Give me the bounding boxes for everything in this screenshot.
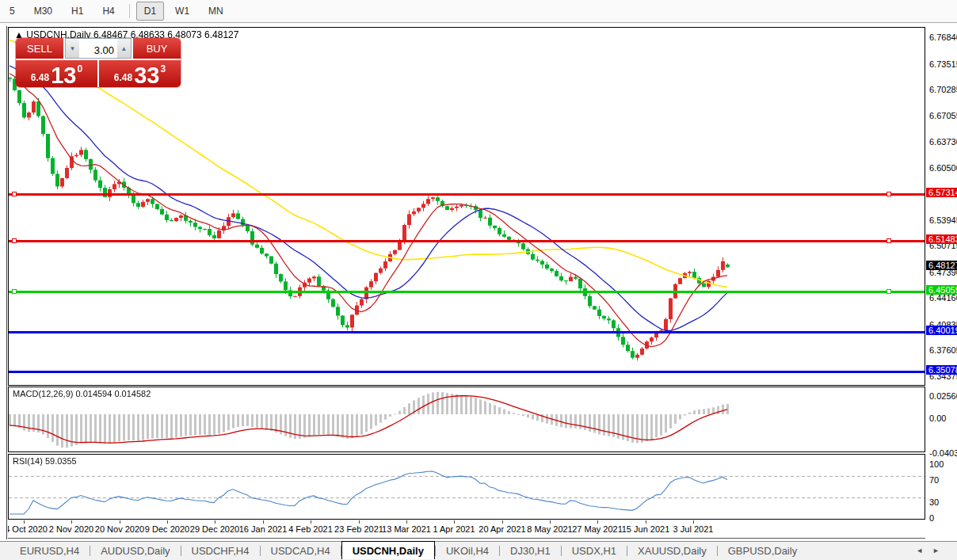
date-tick (167, 520, 168, 524)
date-label: 15 Jun 2021 (622, 524, 670, 534)
timeframe-toolbar: 5M30H1H4D1W1MN (0, 0, 957, 23)
timeframe-button-w1[interactable]: W1 (167, 2, 197, 21)
line-handle[interactable] (12, 289, 17, 294)
date-label: 1 Apr 2021 (433, 524, 475, 534)
line-handle[interactable] (12, 192, 17, 196)
bid-prefix: 6.48 (31, 72, 49, 83)
price-tick-label: 0.00 (929, 413, 946, 423)
date-tick (406, 520, 407, 524)
date-label: 27 May 2021 (572, 524, 623, 534)
date-tick (359, 520, 360, 524)
tab-scroll-buttons: ◄► (916, 547, 949, 554)
price-tag-label: 6.51483 (926, 234, 957, 244)
price-tick-label: -0.040386 (929, 448, 957, 458)
horizontal-level-line-6.57314[interactable] (9, 193, 925, 196)
price-tick-label: 70 (929, 475, 939, 485)
line-handle[interactable] (12, 238, 17, 243)
line-handle[interactable] (886, 192, 891, 196)
window-left-frame (6, 26, 7, 539)
price-chart-pane[interactable]: ▲ USDCNH,Daily 6.48467 6.48633 6.48073 6… (8, 27, 925, 386)
timeframe-button-d1[interactable]: D1 (136, 2, 164, 21)
timeframe-button-h4[interactable]: H4 (94, 2, 122, 21)
price-tag-label: 6.40019 (926, 326, 957, 335)
tab-gbpusd-daily[interactable]: GBPUSD,Daily (718, 543, 807, 559)
tab-xauusd-daily[interactable]: XAUUSD,Daily (627, 543, 717, 559)
date-label: 3 Jul 2021 (673, 524, 714, 534)
tab-dj30-h1[interactable]: DJ30,H1 (500, 543, 561, 559)
bid-pipette: 0 (77, 63, 82, 74)
price-tick-label: 0 (929, 513, 934, 523)
price-tick-label: 6.37605 (929, 345, 957, 355)
date-axis[interactable]: 14 Oct 20202 Nov 202020 Nov 20209 Dec 20… (8, 520, 925, 539)
horizontal-level-line-6.40019[interactable] (9, 331, 925, 333)
sell-button[interactable]: SELL (16, 38, 63, 59)
macd-label: MACD(12,26,9) 0.014594 0.014582 (13, 389, 151, 398)
tab-usdx-h1[interactable]: USDX,H1 (562, 543, 627, 559)
rsi-canvas[interactable] (9, 455, 925, 519)
price-tag-label: 6.35078 (926, 365, 957, 375)
price-tick-label: 100 (929, 459, 944, 469)
ask-prefix: 6.48 (114, 72, 132, 83)
date-tick (71, 520, 72, 524)
timeframe-button-5[interactable]: 5 (2, 2, 23, 21)
tab-usdchf-h4[interactable]: USDCHF,H4 (181, 543, 260, 559)
timeframe-button-h1[interactable]: H1 (63, 2, 91, 21)
toolbar-separator (129, 4, 130, 18)
horizontal-level-line-6.51483[interactable] (9, 240, 925, 242)
date-label: 14 Oct 2020 (8, 524, 48, 534)
date-label: 20 Nov 2020 (95, 524, 144, 534)
date-label: 8 May 2021 (527, 524, 572, 534)
ask-pipette: 3 (160, 63, 166, 74)
price-tick-label: 6.76840 (929, 32, 957, 42)
price-tick-label: 6.63730 (929, 137, 957, 147)
tab-scroll-right-icon[interactable]: ► (932, 547, 949, 554)
date-tick (550, 520, 551, 524)
date-tick (311, 520, 311, 524)
price-tick-label: 6.60500 (929, 163, 957, 173)
bid-quote[interactable]: 6.48 13 0 (16, 60, 97, 87)
ask-quote[interactable]: 6.48 33 3 (99, 60, 181, 87)
date-tick (597, 520, 598, 524)
date-tick (215, 520, 215, 524)
bid-big-digits: 13 (51, 65, 76, 86)
date-tick (24, 520, 25, 524)
date-tick (502, 520, 503, 524)
price-tick-label: 30 (929, 497, 939, 507)
timeframe-button-m30[interactable]: M30 (26, 2, 60, 21)
horizontal-level-line-6.35078[interactable] (9, 371, 925, 373)
date-label: 29 Dec 2020 (190, 524, 239, 534)
price-tick-label: 6.67055 (929, 111, 957, 120)
date-tick (693, 520, 694, 524)
price-axis[interactable]: 6.768406.735156.702856.670556.637306.605… (926, 26, 957, 539)
date-label: 2 Nov 2020 (49, 524, 93, 534)
volume-decrease-icon[interactable]: ▼ (66, 39, 79, 58)
volume-stepper: ▼ ▲ (65, 38, 132, 59)
timeframe-button-mn[interactable]: MN (200, 2, 231, 21)
tab-ukoil-h4[interactable]: UKOil,H4 (436, 543, 499, 559)
one-click-trade-panel: SELL ▼ ▲ BUY 6.48 13 0 6.48 33 3 (16, 38, 181, 87)
date-label: 4 Feb 2021 (288, 524, 333, 534)
tab-usdcnh-daily[interactable]: USDCNH,Daily (341, 541, 435, 559)
volume-input[interactable] (79, 39, 117, 58)
tab-scroll-left-icon[interactable]: ◄ (916, 547, 932, 554)
buy-button[interactable]: BUY (133, 38, 181, 59)
tab-usdcad-h4[interactable]: USDCAD,H4 (261, 543, 341, 559)
rsi-indicator-pane[interactable]: RSI(14) 59.0355 (8, 454, 925, 520)
price-tick-label: 6.53945 (929, 215, 957, 225)
date-label: 20 Apr 2021 (478, 524, 525, 534)
chart-tab-bar: EURUSD,H4AUDUSD,DailyUSDCHF,H4USDCAD,H4U… (0, 541, 957, 560)
date-label: 13 Mar 2021 (382, 524, 431, 534)
volume-increase-icon[interactable]: ▲ (117, 39, 131, 58)
horizontal-level-line-6.45059[interactable] (9, 291, 925, 293)
line-handle[interactable] (886, 289, 891, 294)
line-handle[interactable] (886, 238, 891, 243)
date-tick (120, 520, 120, 524)
date-label: 16 Jan 2021 (239, 524, 288, 534)
tab-audusd-daily[interactable]: AUDUSD,Daily (90, 543, 180, 559)
date-tick (454, 520, 455, 524)
tab-eurusd-h4[interactable]: EURUSD,H4 (10, 543, 90, 559)
price-tick-label: 0.025609 (929, 391, 957, 401)
macd-indicator-pane[interactable]: MACD(12,26,9) 0.014594 0.014582 (8, 387, 925, 452)
date-tick (263, 520, 264, 524)
rsi-label: RSI(14) 59.0355 (13, 456, 77, 466)
